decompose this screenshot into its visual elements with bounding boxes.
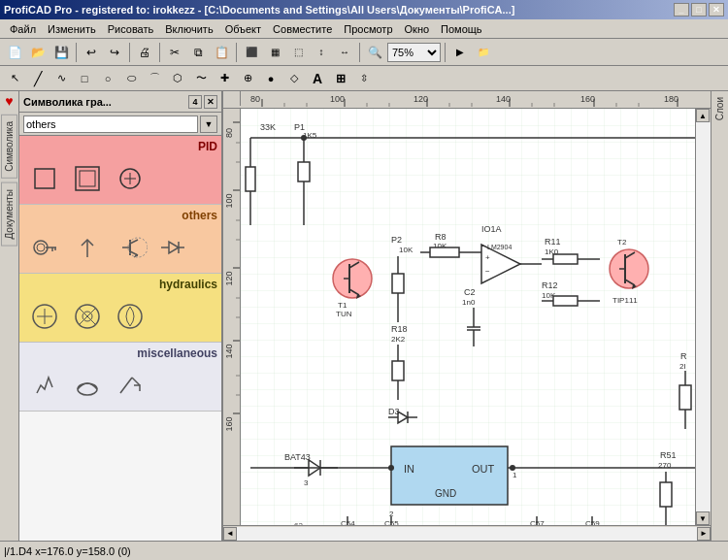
- symbol-search-input[interactable]: [23, 115, 198, 133]
- svg-line-31: [132, 378, 140, 385]
- horizontal-scrollbar[interactable]: ◄ ►: [223, 525, 711, 541]
- svg-text:R11: R11: [545, 237, 561, 247]
- save-button[interactable]: 💾: [50, 42, 72, 63]
- draw-line[interactable]: ╱: [27, 68, 49, 89]
- draw-bezier[interactable]: 〜: [190, 68, 212, 89]
- svg-text:R8: R8: [435, 232, 447, 242]
- menu-help[interactable]: Помощь: [435, 22, 488, 36]
- draw-rect[interactable]: □: [74, 68, 95, 89]
- paste-button[interactable]: 📋: [211, 42, 232, 63]
- tb-btn-6[interactable]: ▦: [264, 42, 285, 63]
- new-button[interactable]: 📄: [4, 42, 25, 63]
- documents-tab[interactable]: Документы: [1, 182, 17, 247]
- simbolika-tab[interactable]: Символика: [1, 115, 17, 179]
- draw-ellipse[interactable]: ⬭: [120, 68, 142, 89]
- others-sym-arrow[interactable]: [68, 228, 107, 267]
- draw-curve[interactable]: ∿: [50, 68, 72, 89]
- panel-pin-button[interactable]: 4: [188, 95, 202, 109]
- category-pid-label: PID: [23, 140, 217, 153]
- svg-text:OUT: OUT: [472, 463, 495, 475]
- draw-polygon[interactable]: ⬡: [167, 68, 188, 89]
- svg-text:R12: R12: [542, 280, 558, 290]
- panel-header-buttons[interactable]: 4 ✕: [188, 95, 217, 109]
- svg-point-191: [388, 465, 394, 471]
- window-controls[interactable]: _ □ ✕: [674, 3, 724, 16]
- hyd-sym-1[interactable]: [25, 297, 64, 336]
- draw-wire[interactable]: ✚: [214, 68, 235, 89]
- others-sym-key[interactable]: [25, 228, 64, 267]
- tb-extra-2[interactable]: 📁: [473, 42, 494, 63]
- redo-button[interactable]: ↪: [104, 42, 125, 63]
- draw-circle[interactable]: ○: [97, 68, 118, 89]
- menu-include[interactable]: Включить: [159, 22, 218, 36]
- svg-text:R: R: [680, 351, 687, 361]
- svg-point-189: [301, 135, 307, 141]
- tb-btn-5[interactable]: ⬛: [241, 42, 262, 63]
- svg-text:270: 270: [658, 461, 672, 470]
- svg-rect-130: [392, 361, 404, 380]
- draw-dot[interactable]: ●: [260, 68, 281, 89]
- ruler-top-svg: 80 100 120 140 160 180: [241, 91, 711, 107]
- draw-arc[interactable]: ⌒: [144, 68, 165, 89]
- others-sym-transistor[interactable]: [111, 228, 149, 267]
- symbol-search-dropdown[interactable]: ▼: [200, 115, 217, 133]
- scroll-right-button[interactable]: ►: [697, 527, 711, 541]
- draw-tag[interactable]: ⊞: [330, 68, 351, 89]
- tb-btn-8[interactable]: ↕: [311, 42, 332, 63]
- svg-text:120: 120: [224, 271, 234, 285]
- toolbar-sep-6: [445, 43, 446, 62]
- symbol-categories: PID: [19, 136, 221, 541]
- tb-btn-9[interactable]: ↔: [334, 42, 355, 63]
- maximize-button[interactable]: □: [691, 3, 707, 16]
- misc-sym-1[interactable]: [25, 366, 64, 405]
- menu-object[interactable]: Объект: [219, 22, 267, 36]
- draw-scrollbar[interactable]: ⇳: [353, 68, 375, 89]
- close-button[interactable]: ✕: [709, 3, 724, 16]
- menu-file[interactable]: Файл: [4, 22, 42, 36]
- copy-button[interactable]: ⧉: [187, 42, 209, 63]
- scroll-up-button[interactable]: ▲: [696, 109, 710, 122]
- hyd-sym-2[interactable]: [68, 297, 107, 336]
- svg-rect-125: [553, 296, 578, 306]
- window-title: ProfiCAD Pro - registered to: irokkezz -…: [4, 4, 514, 16]
- menu-arrange[interactable]: Совместите: [267, 22, 338, 36]
- vertical-scrollbar[interactable]: ▲ ▼: [695, 109, 711, 525]
- scroll-down-button[interactable]: ▼: [696, 511, 710, 525]
- minimize-button[interactable]: _: [674, 3, 689, 16]
- pid-sym-1[interactable]: [25, 159, 64, 198]
- misc-sym-3[interactable]: [111, 366, 149, 405]
- others-sym-diode[interactable]: [153, 228, 192, 267]
- pid-sym-3[interactable]: [111, 159, 149, 198]
- hyd-sym-3[interactable]: [111, 297, 149, 336]
- symbol-search-bar: ▼: [19, 113, 221, 136]
- menu-draw[interactable]: Рисовать: [102, 22, 160, 36]
- grid-canvas[interactable]: 33K P1 1K5: [241, 109, 695, 525]
- draw-cross[interactable]: ⊕: [237, 68, 258, 89]
- open-button[interactable]: 📂: [27, 42, 49, 63]
- tb-extra-1[interactable]: ▶: [449, 42, 471, 63]
- print-button[interactable]: 🖨: [134, 42, 155, 63]
- cut-button[interactable]: ✂: [164, 42, 185, 63]
- menu-window[interactable]: Окно: [399, 22, 436, 36]
- scroll-left-button[interactable]: ◄: [223, 527, 237, 541]
- panel-close-button[interactable]: ✕: [204, 95, 217, 109]
- layers-tab[interactable]: Слои: [712, 93, 727, 124]
- symbol-panel-header: Символика гра... 4 ✕: [19, 91, 221, 113]
- draw-select[interactable]: ↖: [4, 68, 25, 89]
- tb-btn-7[interactable]: ⬚: [287, 42, 309, 63]
- ruler-top: 80 100 120 140 160 180: [223, 91, 711, 109]
- draw-sym[interactable]: ◇: [283, 68, 305, 89]
- undo-button[interactable]: ↩: [81, 42, 102, 63]
- misc-sym-2[interactable]: [68, 366, 107, 405]
- zoom-in-button[interactable]: 🔍: [364, 42, 385, 63]
- toolbar-sep-2: [129, 43, 130, 62]
- menu-view[interactable]: Просмотр: [338, 22, 398, 36]
- ruler-left-svg: 80 100 120 140 160: [223, 109, 241, 525]
- svg-text:62: 62: [294, 521, 303, 525]
- symbol-panel: Символика гра... 4 ✕ ▼ PID: [19, 91, 223, 541]
- zoom-select[interactable]: 75%: [387, 43, 441, 62]
- svg-marker-18: [169, 242, 179, 253]
- pid-sym-2[interactable]: [68, 159, 107, 198]
- menu-edit[interactable]: Изменить: [42, 22, 102, 36]
- draw-text[interactable]: A: [307, 68, 328, 89]
